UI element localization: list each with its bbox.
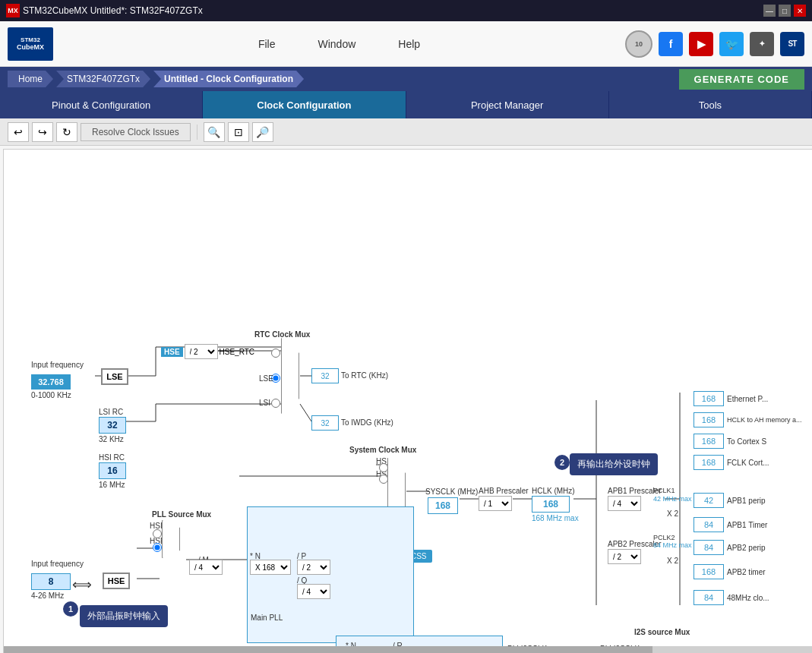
menu-items: File Window Help: [76, 35, 602, 53]
connect-icon[interactable]: ✦: [750, 32, 774, 56]
hsi-rc-unit: 16 MHz: [99, 481, 125, 489]
hclk-ahb-val: 168: [694, 412, 724, 427]
minimize-button[interactable]: —: [763, 5, 776, 17]
i2s-source-mux-label: I2S source Mux: [634, 628, 690, 636]
pll-m-select[interactable]: / 4: [189, 560, 223, 575]
to-iwdg-val: 32: [311, 415, 339, 431]
hclk-max-label: 168 MHz max: [532, 514, 579, 522]
refresh-button[interactable]: ↻: [56, 122, 77, 142]
breadcrumb-bar: Home STM32F407ZGTx Untitled - Clock Conf…: [0, 67, 812, 91]
youtube-icon[interactable]: ▶: [689, 32, 713, 56]
breadcrumb-current[interactable]: Untitled - Clock Configuration: [153, 71, 304, 87]
toolbar: ↩ ↪ ↻ Resolve Clock Issues 🔍 ⊡ 🔎: [0, 118, 812, 146]
lsi-rtc-label: LSI: [259, 399, 270, 407]
apb2-periph-label: APB2 perip: [727, 544, 766, 552]
input-freq-hse-label: Input frequency: [31, 560, 84, 568]
titlebar-controls[interactable]: — □ ✕: [763, 5, 806, 17]
zoom-fit-button[interactable]: ⊡: [228, 122, 249, 142]
zoom-in-button[interactable]: 🔍: [204, 122, 225, 142]
apb1-periph-val: 42: [694, 493, 724, 508]
annotation-2-number: 2: [554, 455, 570, 470]
redo-button[interactable]: ↪: [32, 122, 53, 142]
apb1-prescaler-select[interactable]: / 4: [608, 496, 641, 511]
horizontal-scrollbar[interactable]: [4, 646, 812, 653]
lse-rtc-label: LSE: [259, 374, 273, 383]
generate-code-button[interactable]: GENERATE CODE: [679, 69, 804, 90]
version-icon: 10: [625, 30, 652, 58]
titlebar-left: MX STM32CubeMX Untitled*: STM32F407ZGTx: [6, 4, 203, 17]
hse-rtc-divider-select[interactable]: / 2: [185, 344, 218, 359]
pll-q-select[interactable]: / 4: [297, 584, 330, 599]
ethernet-val: 168: [694, 391, 724, 406]
pll-source-mux-shape: [162, 520, 180, 558]
hse-rtc-label: HSE_RTC: [220, 348, 255, 356]
apb2-timer-label: APB2 timer: [727, 568, 766, 576]
close-button[interactable]: ✕: [794, 5, 806, 17]
maximize-button[interactable]: □: [779, 5, 791, 17]
lsi-rc-box: 32: [99, 417, 126, 434]
help-menu[interactable]: Help: [392, 35, 426, 53]
apb1-timer-val: 84: [694, 517, 724, 532]
pll-p-select[interactable]: / 2: [297, 560, 330, 575]
menubar: STM32 CubeMX File Window Help 10 f ▶ 🐦 ✦…: [0, 21, 812, 67]
breadcrumb-home[interactable]: Home: [8, 71, 53, 87]
rtc-radio-1[interactable]: [271, 349, 280, 360]
hse-label-rtc: HSE: [161, 347, 183, 357]
apb2-prescaler-select[interactable]: / 2: [608, 549, 641, 564]
tab-clock[interactable]: Clock Configuration: [203, 91, 406, 118]
tab-pinout[interactable]: Pinout & Configuration: [0, 91, 203, 118]
hclk-ahb-row: 168 HCLK to AH memory a...: [694, 412, 802, 427]
clock-diagram-area: Input frequency 0-1000 KHz LSE LSI RC 32…: [0, 146, 812, 653]
cortex-val: 168: [694, 434, 724, 449]
zoom-out-button[interactable]: 🔎: [252, 122, 273, 142]
x2-apb2-label: X 2: [667, 557, 678, 565]
hclk-val-box[interactable]: 168: [532, 496, 570, 513]
st-logo-icon: ST: [780, 32, 804, 56]
hclk-label: HCLK (MHz): [532, 487, 575, 495]
tab-project[interactable]: Project Manager: [406, 91, 609, 118]
48mhz-val: 84: [694, 590, 724, 605]
annotation-1-bubble: 外部晶振时钟输入: [80, 605, 168, 627]
pll-src-radio-1[interactable]: [153, 529, 162, 541]
file-menu[interactable]: File: [252, 35, 282, 53]
system-clock-mux-label: System Clock Mux: [349, 446, 416, 454]
sys-radio-2[interactable]: [379, 475, 388, 486]
main-pll-label: Main PLL: [251, 614, 416, 622]
breadcrumb-device[interactable]: STM32F407ZGTx: [56, 71, 150, 87]
pll-n-select[interactable]: X 168: [250, 560, 291, 575]
ahb-prescaler-select[interactable]: / 1: [479, 496, 512, 511]
hsi-rc-label: HSI RC: [99, 453, 125, 462]
window-menu[interactable]: Window: [311, 35, 362, 53]
hse-freq-range: 4-26 MHz: [31, 591, 64, 600]
rtc-radio-3[interactable]: [271, 399, 280, 410]
48mhz-row: 84 48MHz clo...: [694, 590, 769, 605]
twitter-icon[interactable]: 🐦: [719, 32, 744, 56]
resolve-clock-button[interactable]: Resolve Clock Issues: [81, 123, 191, 141]
sys-radio-1[interactable]: [379, 463, 388, 475]
facebook-icon[interactable]: f: [659, 32, 683, 56]
annotation-1-number: 1: [63, 601, 78, 617]
apb1-periph-label: APB1 perip: [727, 497, 766, 505]
hse-arrow: ⟺: [72, 576, 92, 593]
tab-tools[interactable]: Tools: [609, 91, 812, 118]
pll-src-radio-2[interactable]: [153, 543, 162, 554]
input-freq-1-input[interactable]: [31, 374, 71, 390]
main-pll-box: Main PLL: [247, 506, 414, 643]
input-freq-1-label: Input frequency: [31, 361, 84, 369]
hse-freq-box[interactable]: 8: [31, 573, 71, 590]
cortex-row: 168 To Cortex S: [694, 434, 766, 449]
undo-button[interactable]: ↩: [8, 122, 29, 142]
pll-source-mux-label: PLL Source Mux: [152, 510, 211, 519]
lse-osc-box: LSE: [101, 368, 128, 385]
hse-osc-box: HSE: [103, 573, 130, 589]
input-freq-1-range: 0-1000 KHz: [31, 391, 71, 399]
pclk1-max: 42 MHz max: [653, 495, 692, 503]
stm32cubemx-logo: STM32 CubeMX: [8, 27, 53, 61]
apb2-timer-row: 168 APB2 timer: [694, 564, 766, 579]
lsi-rc-label: LSI RC: [99, 408, 123, 416]
scrollbar-thumb[interactable]: [4, 646, 652, 653]
fclk-row: 168 FCLK Cort...: [694, 455, 769, 470]
ahb-prescaler-label: AHB Prescaler: [479, 487, 529, 495]
rtc-mux-label: RTC Clock Mux: [254, 330, 310, 339]
sysclk-val-box[interactable]: 168: [428, 497, 458, 514]
